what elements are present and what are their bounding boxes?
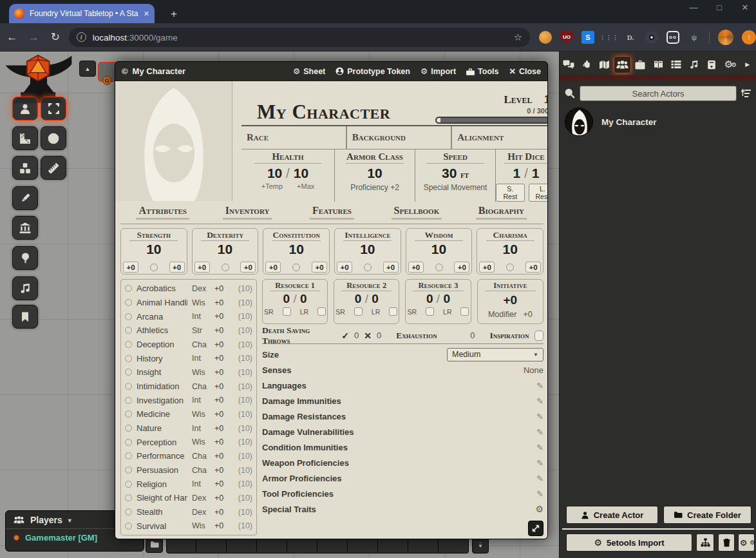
death-success-icon[interactable]: ✓: [341, 331, 349, 341]
skill-proficiency-radio[interactable]: [125, 439, 132, 446]
sheet-tab[interactable]: Attributes: [120, 205, 205, 224]
skill-row[interactable]: Stealth Dex +0 (10): [125, 505, 252, 519]
window-maximize-button[interactable]: □: [715, 3, 724, 12]
xp-value[interactable]: 0 / 300: [428, 107, 548, 115]
skill-row[interactable]: Acrobatics Dex +0 (10): [125, 282, 252, 296]
special-movement-label[interactable]: Special Movement: [415, 183, 495, 192]
skill-name[interactable]: Survival: [137, 521, 187, 531]
armor-class-stat[interactable]: Armor Class 10 Proficiency +2: [335, 149, 415, 202]
back-button[interactable]: ←: [3, 28, 22, 47]
skill-proficiency-radio[interactable]: [125, 397, 132, 404]
create-actor-button[interactable]: Create Actor: [566, 506, 658, 524]
resource-current[interactable]: 0: [355, 292, 362, 305]
proficiency-radio[interactable]: [222, 264, 229, 271]
skill-proficiency-radio[interactable]: [125, 383, 132, 390]
sort-folders-icon[interactable]: [741, 89, 751, 99]
tab-chat[interactable]: [560, 56, 578, 73]
skill-name[interactable]: Athletics: [137, 325, 187, 335]
ruler-tool-button[interactable]: [41, 156, 66, 180]
grid-extension-icon[interactable]: ⋮⋮⋮: [603, 31, 616, 44]
skill-name[interactable]: Deception: [137, 340, 187, 349]
resource-label[interactable]: Resource 2: [334, 281, 399, 291]
ability-name[interactable]: Charisma: [477, 230, 543, 241]
hp-temp-label[interactable]: +Temp: [261, 182, 283, 190]
ability-save-mod[interactable]: +0: [479, 262, 495, 273]
tab-journal[interactable]: [650, 56, 667, 73]
skill-row[interactable]: History Int +0 (10): [125, 351, 252, 365]
level-value[interactable]: 1: [544, 93, 548, 106]
edit-icon[interactable]: ✎: [536, 381, 543, 390]
lighting-controls-button[interactable]: [12, 246, 38, 270]
sheet-tab[interactable]: Inventory: [205, 205, 289, 224]
scene-nav-collapse-button[interactable]: ▲: [79, 61, 96, 77]
skill-name[interactable]: Intimidation: [137, 381, 187, 391]
sound-controls-button[interactable]: [12, 276, 38, 300]
resource-max[interactable]: 0: [443, 292, 450, 305]
skill-proficiency-radio[interactable]: [125, 285, 132, 292]
ability-name[interactable]: Intelligence: [335, 230, 401, 241]
skill-proficiency-radio[interactable]: [125, 313, 132, 320]
speed-value[interactable]: 30: [442, 166, 457, 180]
d-extension-icon[interactable]: D.: [624, 31, 637, 44]
skill-name[interactable]: Animal Handling: [137, 298, 187, 307]
tools-button[interactable]: Tools: [466, 66, 498, 76]
skill-name[interactable]: Acrobatics: [137, 284, 187, 293]
bookmark-star-icon[interactable]: ☆: [514, 32, 522, 43]
5etools-import-button[interactable]: ⚙ 5etools Import: [566, 534, 692, 552]
skill-row[interactable]: Intimidation Cha +0 (10): [125, 380, 252, 394]
sr-checkbox[interactable]: [426, 307, 434, 316]
tab-scenes[interactable]: [596, 56, 613, 73]
ability-name[interactable]: Constitution: [263, 230, 329, 241]
skill-proficiency-radio[interactable]: [125, 299, 132, 306]
wall-controls-button[interactable]: [12, 216, 38, 240]
import-button[interactable]: ⚙ Import: [421, 66, 456, 76]
reload-button[interactable]: ↻: [46, 28, 65, 47]
resource-current[interactable]: 0: [283, 292, 290, 305]
skill-name[interactable]: Sleight of Hand: [137, 493, 187, 503]
target-tool-button[interactable]: [41, 126, 66, 150]
skill-proficiency-radio[interactable]: [125, 425, 132, 432]
skill-row[interactable]: Sleight of Hand Dex +0 (10): [125, 491, 252, 505]
skill-row[interactable]: Survival Wis +0 (10): [125, 519, 252, 533]
ability-save-mod[interactable]: +0: [194, 262, 210, 273]
long-rest-button[interactable]: L. Rest: [529, 184, 548, 202]
resource-label[interactable]: Resource 3: [406, 281, 470, 291]
resource-max[interactable]: 0: [300, 292, 307, 305]
sheet-tab[interactable]: Biography: [459, 205, 543, 224]
proficiency-radio[interactable]: [150, 264, 158, 271]
skill-name[interactable]: Investigation: [137, 396, 187, 405]
death-failure-count[interactable]: 0: [377, 331, 381, 340]
skill-name[interactable]: Performance: [137, 451, 187, 461]
skill-row[interactable]: Investigation Int +0 (10): [125, 393, 252, 407]
tab-close-icon[interactable]: ✕: [144, 10, 149, 18]
skill-proficiency-radio[interactable]: [125, 410, 132, 418]
initiative-mod-value[interactable]: +0: [523, 310, 532, 319]
ability-score[interactable]: 10: [477, 242, 543, 257]
window-resize-handle[interactable]: [528, 521, 543, 536]
skill-row[interactable]: Persuasion Cha +0 (10): [125, 463, 252, 477]
ability-score[interactable]: 10: [121, 242, 187, 257]
proficiency-radio[interactable]: [292, 264, 300, 271]
claw-extension-icon[interactable]: ψ: [688, 31, 701, 44]
tab-combat[interactable]: [578, 56, 596, 73]
bio-field[interactable]: Alignment: [451, 126, 548, 149]
site-info-icon[interactable]: i: [77, 32, 86, 42]
skill-name[interactable]: Medicine: [137, 409, 187, 419]
ability-score[interactable]: 10: [263, 242, 329, 257]
bio-field[interactable]: Background: [346, 126, 451, 149]
resource-current[interactable]: 0: [426, 292, 433, 305]
skill-proficiency-radio[interactable]: [125, 355, 132, 362]
size-select[interactable]: Medium ▼: [447, 348, 543, 361]
skill-row[interactable]: Arcana Int +0 (10): [125, 309, 252, 323]
exhaustion-value[interactable]: 0: [470, 331, 475, 340]
lr-checkbox[interactable]: [389, 307, 397, 316]
prototype-token-button[interactable]: Prototype Token: [335, 66, 410, 76]
sr-checkbox[interactable]: [354, 307, 363, 316]
tab-playlists[interactable]: [685, 56, 703, 73]
measure-templates-button[interactable]: [12, 126, 38, 150]
skill-name[interactable]: Persuasion: [137, 465, 187, 475]
character-name[interactable]: My Character: [257, 101, 428, 124]
eye-extension-icon[interactable]: [645, 31, 658, 44]
edit-icon[interactable]: ✎: [536, 489, 543, 499]
ability-name[interactable]: Strength: [121, 230, 187, 241]
